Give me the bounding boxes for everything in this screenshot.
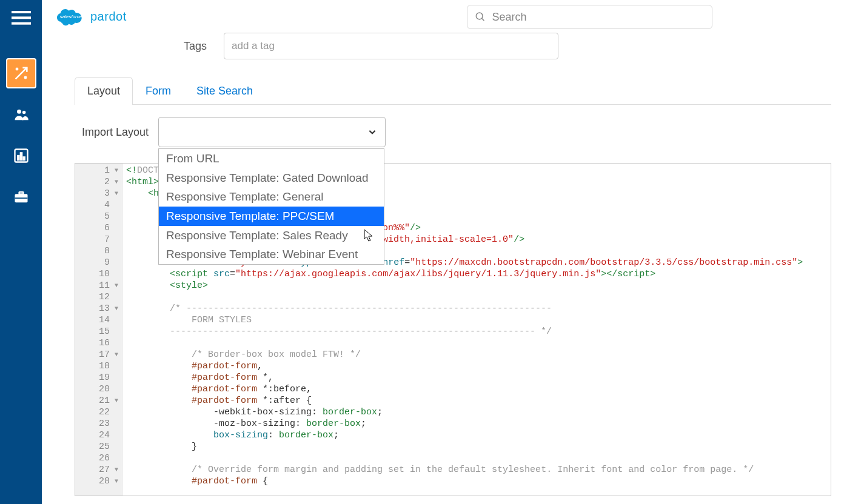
svg-point-3 xyxy=(16,68,17,70)
tab-layout[interactable]: Layout xyxy=(75,77,133,105)
global-search[interactable] xyxy=(467,5,712,29)
tabs-bar: Layout Form Site Search xyxy=(75,76,831,105)
nav-briefcase-icon[interactable] xyxy=(6,182,36,212)
import-layout-row: Import Layout From URL Responsive Templa… xyxy=(82,117,831,147)
tags-row: Tags xyxy=(184,33,831,59)
svg-rect-10 xyxy=(23,157,24,160)
import-layout-select[interactable]: From URL Responsive Template: Gated Down… xyxy=(158,117,386,147)
dropdown-option-highlighted[interactable]: Responsive Template: PPC/SEM xyxy=(159,207,384,226)
import-select-display[interactable] xyxy=(158,117,386,147)
brand-product-text: pardot xyxy=(90,10,127,24)
search-input[interactable] xyxy=(492,11,705,24)
main-content: Tags Layout Form Site Search Import Layo… xyxy=(42,33,864,504)
svg-rect-12 xyxy=(19,192,23,194)
tags-input[interactable] xyxy=(232,40,551,52)
svg-point-15 xyxy=(476,13,483,19)
left-sidebar xyxy=(0,0,42,504)
import-layout-dropdown: From URL Responsive Template: Gated Down… xyxy=(158,148,384,265)
dropdown-option[interactable]: Responsive Template: Sales Ready xyxy=(159,226,384,245)
svg-point-6 xyxy=(22,111,25,114)
tags-label: Tags xyxy=(184,40,207,53)
svg-rect-8 xyxy=(18,156,19,160)
svg-point-5 xyxy=(17,110,21,114)
dropdown-option[interactable]: Responsive Template: Gated Download xyxy=(159,168,384,188)
dropdown-option[interactable]: From URL xyxy=(159,149,384,168)
svg-rect-9 xyxy=(20,153,21,160)
tags-input-container[interactable] xyxy=(224,33,558,59)
svg-line-16 xyxy=(482,18,484,21)
brand-logo[interactable]: salesforce pardot xyxy=(54,5,127,28)
salesforce-cloud-icon: salesforce xyxy=(54,5,88,28)
nav-chart-icon[interactable] xyxy=(6,141,36,171)
tab-site-search[interactable]: Site Search xyxy=(184,77,266,105)
hamburger-icon[interactable] xyxy=(12,6,31,33)
svg-rect-1 xyxy=(12,16,31,19)
svg-rect-13 xyxy=(15,197,27,199)
svg-point-4 xyxy=(24,77,25,78)
search-icon xyxy=(475,11,486,23)
chevron-down-icon xyxy=(368,128,377,136)
tab-form[interactable]: Form xyxy=(133,77,184,105)
dropdown-option[interactable]: Responsive Template: Webinar Event xyxy=(159,245,384,264)
code-gutter: 1▼2▼3▼4567891011▼1213▼14151617▼18192021▼… xyxy=(75,164,122,496)
nav-people-icon[interactable] xyxy=(6,99,36,130)
svg-rect-0 xyxy=(12,11,31,13)
svg-rect-2 xyxy=(12,22,31,25)
import-layout-label: Import Layout xyxy=(82,126,149,139)
svg-text:salesforce: salesforce xyxy=(60,14,82,19)
nav-wand-icon[interactable] xyxy=(6,58,36,88)
dropdown-option[interactable]: Responsive Template: General xyxy=(159,187,384,207)
top-header: salesforce pardot xyxy=(42,0,864,33)
